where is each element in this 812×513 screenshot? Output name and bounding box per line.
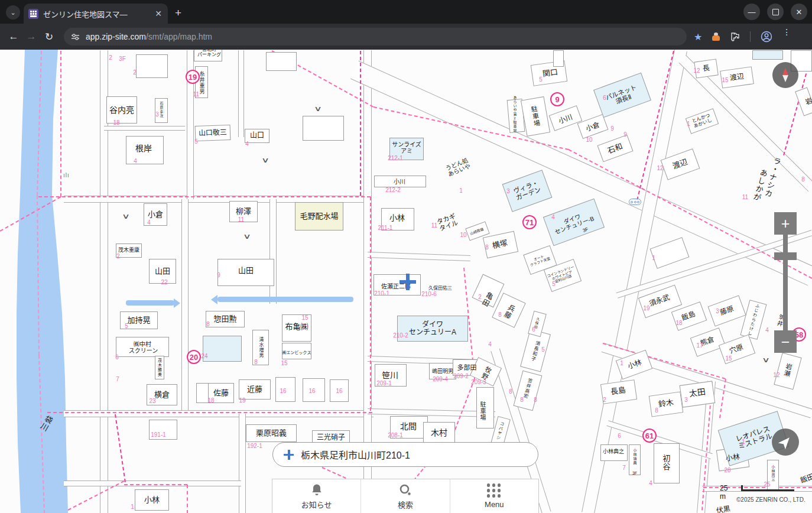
compass-south-needle <box>782 75 788 82</box>
map-label: 3F <box>632 471 637 476</box>
notices-label: お知らせ <box>301 499 332 510</box>
map-label: 茂木重康 <box>118 248 139 254</box>
compass-north-needle <box>782 68 788 75</box>
map-label: 駐車場 <box>479 402 485 421</box>
house-number: 2 <box>109 54 112 61</box>
tab-strip: ⌄ ゼンリン住宅地図スマ— ✕ + — ✕ <box>0 0 812 24</box>
house-number: 16 <box>308 388 315 394</box>
zoom-out-button[interactable]: − <box>774 330 797 353</box>
building <box>553 50 564 67</box>
map-label: 小林周三 <box>771 465 775 482</box>
compass-button[interactable] <box>772 62 798 88</box>
forward-button[interactable]: → <box>22 31 40 43</box>
search-label: 検索 <box>398 499 413 510</box>
map-label: ダイワ センチュリーA <box>409 321 456 336</box>
copyright-notice: ©2025 ZENRIN CO., LTD. <box>736 496 805 503</box>
stream-arrow <box>174 298 180 308</box>
search-button[interactable]: 検索 <box>360 479 449 513</box>
house-number: 5 <box>194 138 198 145</box>
url-bar[interactable]: app.zip-site.com/smt/app/map.htm <box>64 28 687 46</box>
stream-arrow <box>211 295 217 304</box>
extensions-puzzle-icon[interactable] <box>730 31 740 42</box>
minimize-button[interactable]: — <box>743 4 760 20</box>
tab-close-icon[interactable]: ✕ <box>154 9 163 18</box>
house-number: 212-1 <box>388 155 403 161</box>
map-label: 山田 <box>155 267 170 275</box>
house-number: 2 <box>116 253 120 259</box>
url-path: /smt/app/map.htm <box>146 32 212 41</box>
house-number: 4 <box>488 341 492 348</box>
map-label: 柳澤 <box>236 207 251 216</box>
map-label: 石原泰次 <box>160 102 163 118</box>
road <box>238 50 244 137</box>
house-number: 9 <box>217 272 220 278</box>
reload-button[interactable]: ↻ <box>40 31 58 43</box>
close-button[interactable]: ✕ <box>791 4 807 20</box>
notices-button[interactable]: お知らせ <box>272 479 360 513</box>
map-label: ㈱中村 スクリーン <box>127 341 158 354</box>
map-label: 笹川 <box>382 371 398 380</box>
address-text: 栃木県足利市山川町210-1 <box>301 447 410 462</box>
road <box>64 480 241 486</box>
traffic-signal-icon <box>629 199 641 205</box>
house-number: 8 <box>254 359 258 365</box>
map-label: 三光硝子 <box>317 434 345 441</box>
address-search-pill[interactable]: 栃木県足利市山川町210-1 <box>272 442 538 467</box>
house-number: 17 <box>696 342 703 349</box>
house-number: 5 <box>125 323 128 329</box>
map-label: 小林 <box>389 214 405 222</box>
house-number: 1 <box>620 360 623 366</box>
profile-avatar-icon[interactable] <box>712 33 720 41</box>
house-number: 12 <box>773 372 779 378</box>
my-location-button[interactable] <box>772 428 799 456</box>
back-button[interactable]: ← <box>5 31 22 43</box>
browser-menu-icon[interactable]: ⋮ <box>782 27 791 46</box>
house-number: 11 <box>238 216 244 223</box>
house-number: 1 <box>652 255 655 261</box>
map-label: 根岸 <box>135 144 152 153</box>
site-info-icon[interactable] <box>71 33 80 41</box>
house-number: 9 <box>610 125 614 132</box>
browser-chrome: ⌄ ゼンリン住宅地図スマ— ✕ + — ✕ ← → ↻ <box>0 0 812 50</box>
house-number: 4 <box>245 141 249 147</box>
house-number: 209-2 <box>453 373 469 379</box>
house-number: 22 <box>161 279 167 285</box>
boundary-line <box>124 484 187 485</box>
tab-search-button[interactable]: ⌄ <box>6 5 20 20</box>
zoom-slider-track[interactable] <box>783 235 788 330</box>
building <box>136 54 168 78</box>
house-number: 11 <box>742 194 748 200</box>
profile-circle-icon[interactable] <box>760 30 773 43</box>
house-number: 3 <box>716 308 719 314</box>
vegetation-symbol: ılı <box>63 172 70 178</box>
road <box>181 199 189 414</box>
bottom-toolbar: お知らせ 検索 Menu <box>272 479 539 513</box>
house-number: 2 <box>133 69 137 76</box>
house-number: 19 <box>643 305 649 311</box>
gate-mark: ∨ <box>762 356 770 364</box>
restore-button[interactable] <box>767 4 784 20</box>
house-number: 6 <box>618 433 621 439</box>
boundary-line <box>38 196 371 197</box>
bookmark-star-icon[interactable]: ★ <box>694 31 702 43</box>
zoom-slider-handle[interactable] <box>774 252 797 260</box>
building <box>203 336 242 362</box>
zoom-in-button[interactable]: + <box>774 212 797 235</box>
house-number: 9 <box>623 131 627 138</box>
map-label: 木村 <box>431 428 447 437</box>
map-canvas[interactable]: ılı 谷内亮根岸宮北町 パーキング糸井重男山口敬三山口小倉茂木重康山田柳澤毛野… <box>0 0 812 513</box>
browser-tab[interactable]: ゼンリン住宅地図スマ— ✕ <box>24 4 168 24</box>
stream-segment <box>217 297 353 302</box>
map-label: ㈱エンビックス <box>282 350 311 355</box>
new-tab-button[interactable]: + <box>175 7 181 20</box>
map-label: 茂木勝美 <box>158 358 162 377</box>
house-number: 2 <box>478 294 482 300</box>
house-number: 18 <box>207 397 214 404</box>
house-number: 8 <box>520 397 524 403</box>
menu-button[interactable]: Menu <box>450 479 538 513</box>
map-label: 山口敬三 <box>199 129 227 138</box>
map-label: 小林典之 <box>603 449 624 455</box>
house-number: 3 <box>506 188 510 194</box>
house-number: 1 <box>742 439 745 445</box>
map-label: あらいや第2駐車場 <box>513 96 517 133</box>
